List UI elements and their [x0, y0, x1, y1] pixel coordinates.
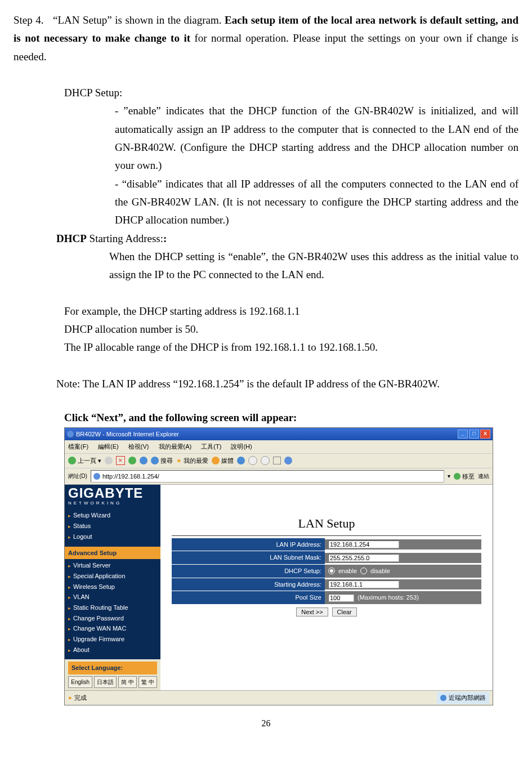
menu-tools[interactable]: 工具(T) [201, 443, 221, 450]
example-line-2: DHCP allocation number is 50. [64, 320, 518, 338]
close-button[interactable]: X [480, 430, 490, 439]
menu-help[interactable]: 說明(H) [231, 443, 252, 450]
home-button[interactable] [140, 457, 147, 464]
sidebar-item-change-wan-mac[interactable]: Change WAN MAC [68, 623, 157, 634]
mail-button[interactable] [248, 456, 257, 465]
nav-advanced-group: Virtual Server Special Application Wirel… [65, 559, 160, 659]
dhcp-setup-heading: DHCP Setup: [64, 84, 518, 102]
row-subnet: LAN Subnet Mask: [172, 551, 481, 564]
language-heading: Select Language: [68, 662, 157, 674]
stop-button[interactable]: ✕ [116, 456, 125, 465]
click-next-caption: Click “Next”, and the following screen w… [64, 409, 518, 427]
page-icon [93, 473, 100, 480]
done-icon: ● [68, 692, 72, 703]
radio-dhcp-disable[interactable] [360, 568, 367, 574]
back-arrow-icon [68, 457, 76, 464]
tool-bar: 上一頁 ▾ ✕ 搜尋 ★ 我的最愛 媒體 [65, 453, 493, 468]
go-arrow-icon [454, 473, 461, 480]
address-label: 網址(D) [68, 471, 87, 481]
address-input[interactable]: http://192.168.1.254/ [91, 470, 444, 483]
step-label: Step 4. [14, 14, 44, 26]
next-button[interactable]: Next >> [296, 607, 328, 616]
sidebar-item-setup-wizard[interactable]: Setup Wizard [68, 510, 157, 521]
lang-simp-chinese[interactable]: 简 中 [118, 676, 137, 688]
zone-icon [440, 695, 446, 701]
status-text: 完成 [74, 692, 87, 703]
sidebar-item-wireless-setup[interactable]: Wireless Setup [68, 582, 157, 592]
back-button[interactable]: 上一頁 ▾ [68, 455, 101, 466]
forward-button[interactable] [105, 457, 113, 464]
favorites-button[interactable]: ★ 我的最愛 [176, 455, 208, 466]
media-button[interactable]: 媒體 [212, 455, 234, 466]
zone-text: 近端內部網路 [449, 692, 486, 703]
dhcp-starting-address-heading: DHCP Starting Address:: [56, 230, 518, 248]
sidebar-item-special-application[interactable]: Special Application [68, 571, 157, 582]
address-bar: 網址(D) http://192.168.1.254/ ▾ 移至 連結 [65, 468, 493, 485]
menu-edit[interactable]: 編輯(E) [98, 443, 119, 450]
row-dhcp-setup: DHCP Setup: enable disable [172, 565, 481, 578]
label-pool-size: Pool Size [172, 591, 325, 604]
lang-trad-chinese[interactable]: 繁 中 [138, 676, 157, 688]
advanced-setup-heading: Advanced Setup [65, 547, 160, 560]
lang-japanese[interactable]: 日本語 [94, 676, 117, 688]
minimize-button[interactable]: _ [458, 430, 468, 439]
step4-paragraph: Step 4. “LAN Setup” is shown in the diag… [14, 11, 518, 66]
links-label[interactable]: 連結 [478, 471, 489, 481]
row-starting-address: Starting Address: [172, 578, 481, 591]
sidebar-item-upgrade-firmware[interactable]: Upgrade Firmware [68, 634, 157, 645]
language-selector: Select Language: English 日本語 简 中 繁 中 [65, 659, 160, 690]
radio-dhcp-enable[interactable] [328, 568, 335, 574]
clear-button[interactable]: Clear [332, 607, 357, 616]
window-title: BR402W - Microsoft Internet Explorer [76, 429, 179, 440]
browser-window: BR402W - Microsoft Internet Explorer _ □… [64, 427, 493, 705]
sidebar-item-change-password[interactable]: Change Password [68, 613, 157, 624]
sidebar-item-logout[interactable]: Logout [68, 531, 157, 542]
go-button[interactable]: 移至 [454, 471, 475, 482]
print-button[interactable] [261, 456, 270, 465]
refresh-button[interactable] [128, 457, 136, 464]
ie-icon [67, 431, 74, 437]
radio-label-disable: disable [370, 566, 390, 577]
sidebar-item-virtual-server[interactable]: Virtual Server [68, 560, 157, 571]
dhcp-disable-desc: - “disable” indicates that all IP addres… [115, 175, 518, 230]
dhcp-enable-desc: - ”enable” indicates that the DHCP funct… [115, 102, 518, 175]
title-bar: BR402W - Microsoft Internet Explorer _ □… [65, 428, 493, 441]
menu-bar: 檔案(F) 編輯(E) 檢視(V) 我的最愛(A) 工具(T) 說明(H) [65, 440, 493, 453]
discuss-button[interactable] [284, 457, 292, 464]
sidebar-item-status[interactable]: Status [68, 521, 157, 531]
label-starting-address: Starting Address: [172, 578, 325, 591]
example-line-1: For example, the DHCP starting address i… [64, 302, 518, 320]
row-lan-ip: LAN IP Address: [172, 538, 481, 551]
label-subnet: LAN Subnet Mask: [172, 551, 325, 564]
sidebar-item-vlan[interactable]: VLAN [68, 592, 157, 602]
input-pool-size[interactable] [328, 594, 354, 602]
brand-logo: GIGABYTE NETWORKING [65, 485, 160, 509]
note-line: Note: The LAN IP address “192.168.1.254”… [56, 375, 518, 393]
sidebar-item-static-routing[interactable]: Static Routing Table [68, 602, 157, 613]
label-dhcp: DHCP Setup: [172, 565, 325, 578]
example-line-3: The IP allocable range of the DHCP is fr… [64, 338, 518, 356]
form-buttons: Next >> Clear [172, 607, 481, 617]
history-button[interactable] [237, 457, 245, 464]
input-subnet[interactable] [328, 554, 399, 562]
pool-size-hint: (Maximum hosts: 253) [357, 592, 419, 603]
nav-basic-group: Setup Wizard Status Logout [65, 509, 160, 546]
menu-favorites[interactable]: 我的最愛(A) [159, 443, 192, 450]
input-starting-address[interactable] [328, 580, 399, 588]
status-bar: ● 完成 近端內部網路 [65, 690, 493, 705]
edit-button[interactable] [273, 457, 281, 464]
search-button[interactable]: 搜尋 [151, 455, 173, 466]
input-lan-ip[interactable] [328, 540, 399, 548]
radio-label-enable: enable [338, 566, 357, 577]
search-icon [151, 457, 159, 464]
menu-file[interactable]: 檔案(F) [68, 443, 88, 450]
star-icon: ★ [176, 455, 182, 466]
sidebar: GIGABYTE NETWORKING Setup Wizard Status … [65, 485, 160, 690]
page-number: 26 [14, 716, 518, 731]
menu-view[interactable]: 檢視(V) [128, 443, 149, 450]
lang-english[interactable]: English [68, 676, 92, 688]
media-icon [212, 457, 220, 464]
sidebar-item-about[interactable]: About [68, 645, 157, 655]
maximize-button[interactable]: □ [469, 430, 479, 439]
page-title: LAN Setup [172, 513, 481, 535]
